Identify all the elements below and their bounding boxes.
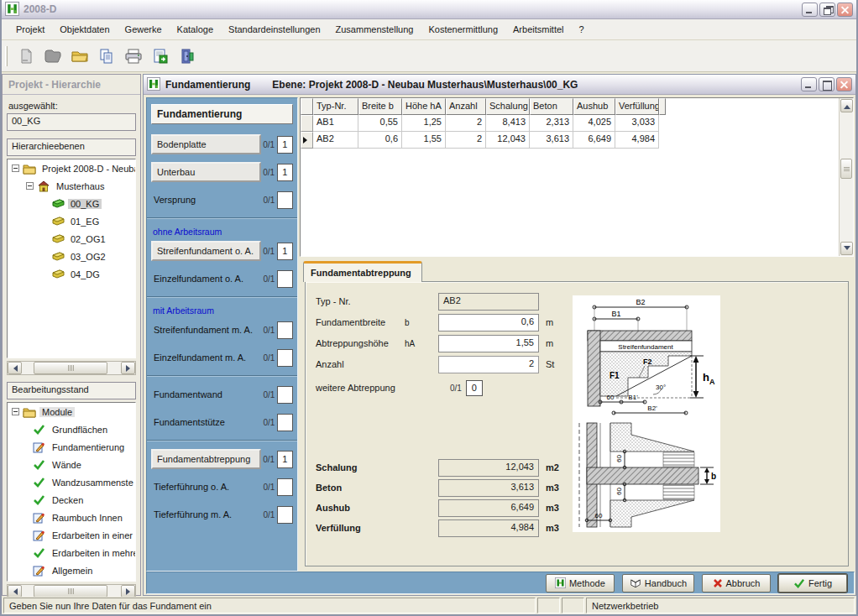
einzelfundament-ma-count-input[interactable] (277, 349, 293, 367)
fundamentabtreppung-button[interactable]: Fundamentabtreppung (151, 449, 261, 469)
methode-button[interactable]: Methode (546, 574, 615, 593)
row-selector-arrow-icon[interactable] (301, 132, 313, 149)
abtreppungshoehe-label: Abtreppungshöhe (316, 338, 405, 348)
tree-item-module[interactable]: Module (8, 403, 135, 420)
fundamentbreite-input[interactable]: 0,6 (438, 314, 539, 331)
tree-item-floor-0[interactable]: 00_KG (8, 195, 135, 212)
scroll-right-icon[interactable] (121, 585, 135, 598)
folder-icon[interactable] (68, 44, 92, 68)
module-item[interactable]: Wandzusammenste (8, 473, 135, 491)
verfuellung-value: 4,984 (438, 519, 539, 537)
tree-item-floor-3[interactable]: 03_OG2 (8, 248, 135, 265)
child-maximize-button[interactable] (819, 77, 834, 91)
scroll-up-icon[interactable] (840, 99, 853, 112)
copy-icon[interactable] (95, 44, 118, 68)
menu-standardeinstellungen[interactable]: Standardeinstellungen (221, 22, 327, 37)
print-icon[interactable] (122, 44, 145, 68)
tree-item-project[interactable]: Projekt 2008-D - Neubau (8, 159, 135, 177)
menu-projekt[interactable]: Projekt (8, 22, 52, 37)
module-item[interactable]: Erdarbeiten in einer (8, 526, 135, 544)
export-icon[interactable] (149, 44, 172, 68)
foundation-diagram: B2 B1 Streifenfundament (573, 295, 720, 532)
fundamentstuetze-count-input[interactable] (277, 414, 293, 431)
menu-kataloge[interactable]: Kataloge (170, 22, 221, 37)
einzelfundament-oa-count-input[interactable] (277, 270, 293, 288)
exit-door-icon[interactable] (175, 44, 199, 68)
bodenplatte-count-input[interactable]: 1 (277, 136, 293, 154)
fertig-button[interactable]: Fertig (778, 574, 847, 593)
menubar: Projekt Objektdaten Gewerke Kataloge Sta… (2, 19, 856, 40)
check-icon (33, 458, 47, 471)
scroll-down-icon[interactable] (840, 242, 853, 255)
table-vscrollbar[interactable] (839, 98, 853, 256)
open-icon[interactable] (41, 44, 65, 68)
collapse-icon[interactable] (26, 182, 34, 190)
tree-item-label: 01_EG (68, 217, 102, 227)
table-row-selected[interactable]: AB2 0,6 1,55 2 12,043 3,613 6,649 4,984 (301, 132, 853, 149)
folder-icon (23, 162, 37, 175)
scrollbar-thumb[interactable] (34, 362, 107, 374)
module-item[interactable]: Decken (8, 491, 135, 509)
statusbar: Geben Sie nun Ihre Daten für das Fundame… (2, 597, 856, 614)
green-check-icon (793, 578, 805, 588)
fundamentabtreppung-count-input[interactable]: 1 (277, 451, 293, 468)
child-minimize-button[interactable] (801, 77, 817, 91)
handbuch-button[interactable]: Handbuch (622, 574, 694, 593)
new-document-icon[interactable] (14, 44, 38, 68)
app-logo-icon (5, 2, 19, 18)
menu-arbeitsmittel[interactable]: Arbeitsmittel (505, 22, 572, 37)
module-item[interactable]: Erdarbeiten in mehre (8, 544, 135, 561)
hierarchy-hscrollbar[interactable] (7, 361, 136, 375)
fundamentwand-count-input[interactable] (277, 386, 293, 404)
child-close-button[interactable] (836, 77, 852, 91)
tree-item-musterhaus[interactable]: Musterhaus (8, 177, 135, 195)
menu-gewerke[interactable]: Gewerke (118, 22, 170, 37)
collapse-icon[interactable] (12, 408, 19, 415)
section-ohne-arbeitsraum: ohne Arbeitsraum (153, 227, 293, 237)
tree-item-floor-1[interactable]: 01_EG (8, 212, 135, 230)
unterbau-count-input[interactable]: 1 (277, 164, 293, 181)
module-item[interactable]: Grundflächen (8, 420, 135, 438)
streifenfundament-oa-button[interactable]: Streifenfundament o. A. (151, 241, 261, 261)
menu-help[interactable]: ? (572, 22, 592, 37)
tieferfuehrung-ma-count-input[interactable] (277, 506, 293, 524)
versprung-count-input[interactable] (277, 191, 293, 209)
table-row[interactable]: AB1 0,55 1,25 2 8,413 2,313 4,025 3,033 (301, 115, 853, 132)
row-selector[interactable] (301, 115, 313, 132)
level-breadcrumb: Ebene: Projekt 2008-D - Neubau Musterhau… (272, 79, 801, 91)
streifenfundament-oa-count-input[interactable]: 1 (277, 243, 293, 260)
module-item[interactable]: Innentüren (8, 579, 135, 582)
collapse-icon[interactable] (12, 164, 19, 172)
module-item[interactable]: Fundamentierung (8, 438, 135, 456)
scroll-right-icon[interactable] (121, 362, 135, 374)
tree-item-floor-4[interactable]: 04_DG (8, 265, 135, 283)
bodenplatte-button[interactable]: Bodenplatte (151, 134, 261, 154)
anzahl-input[interactable]: 2 (438, 356, 539, 373)
module-item[interactable]: Raumbuch Innen (8, 509, 135, 526)
beton-value: 3,613 (438, 479, 539, 497)
menu-zusammenstellung[interactable]: Zusammenstellung (328, 22, 421, 37)
streifenfundament-ma-count-input[interactable] (277, 321, 293, 339)
module-item[interactable]: Allgemein (8, 561, 135, 579)
menu-objektdaten[interactable]: Objektdaten (52, 22, 117, 37)
module-item[interactable]: Wände (8, 456, 135, 473)
scrollbar-thumb[interactable] (840, 159, 852, 179)
tab-fundamentabtreppung[interactable]: Fundamentabtreppung (303, 261, 422, 282)
menu-kostenermittlung[interactable]: Kostenermittlung (421, 22, 505, 37)
unterbau-button[interactable]: Unterbau (151, 162, 261, 182)
scrollbar-thumb[interactable] (34, 585, 107, 598)
abbruch-button[interactable]: Abbruch (702, 574, 771, 593)
minimize-button[interactable] (802, 3, 818, 17)
check-icon (33, 546, 47, 559)
tree-item-floor-2[interactable]: 02_OG1 (8, 230, 135, 248)
tieferfuehrung-oa-count-input[interactable] (277, 478, 293, 496)
scroll-left-icon[interactable] (8, 585, 22, 598)
svg-text:B2': B2' (647, 405, 657, 412)
abtreppungshoehe-input[interactable]: 1,55 (438, 335, 539, 352)
close-button[interactable] (837, 3, 853, 17)
scroll-left-icon[interactable] (8, 362, 22, 374)
svg-text:B1': B1' (628, 394, 638, 401)
weitere-abtreppung-input[interactable]: 0 (466, 380, 483, 396)
edit-pencil-icon (33, 564, 47, 577)
restore-button[interactable] (819, 3, 835, 17)
